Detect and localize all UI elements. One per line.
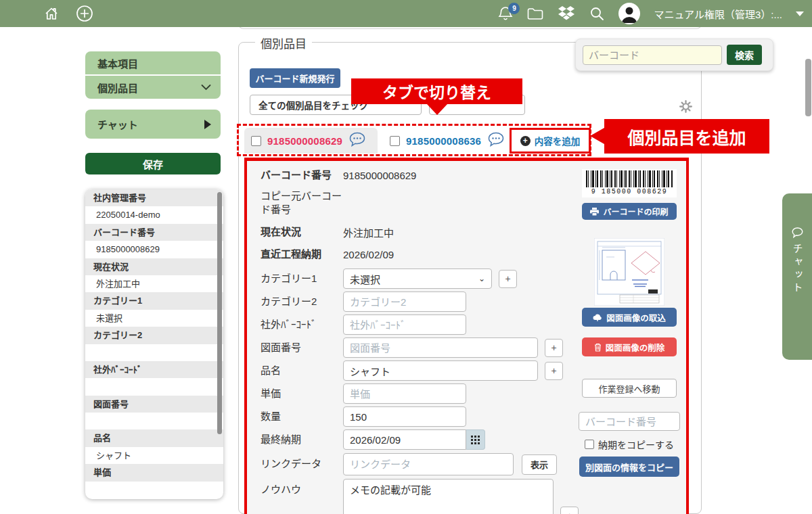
copy-barcode-number-input[interactable] [579,412,680,431]
tab-switch-callout-text: タブで切り替え [382,80,491,103]
summary-label: 社外ﾊﾞｰｺｰﾄﾞ [85,361,223,378]
item-detail-form: バーコード番号 9185000008629 コピー元バーコード番号 現在状況 外… [244,158,689,514]
chat-bubble-icon[interactable] [349,132,365,149]
barcode-image: 9 185000 008629 [582,169,677,197]
page-scrollbar[interactable] [805,59,811,116]
add-item-callout: 個別品目を追加 [604,119,769,154]
menu-icon[interactable] [11,7,27,20]
field-label: バーコード番号 [261,168,343,182]
field-label: 最終納期 [261,433,343,446]
chat-bubble-icon[interactable] [488,132,504,149]
sidebar-item-label: チャット [97,117,138,131]
add-item-callout-text: 個別品目を追加 [627,124,746,149]
cloud-upload-icon [593,313,602,321]
summary-label: 現在状況 [85,258,223,275]
notifications-bell-icon[interactable]: 9 [498,5,513,22]
gear-icon[interactable] [679,100,692,116]
show-link-button[interactable]: 表示 [522,454,557,475]
calendar-icon[interactable] [466,429,485,450]
next-process-due-value: 2026/02/09 [343,249,394,260]
field-label: カテゴリー2 [261,295,343,308]
unit-price-input[interactable] [343,383,466,404]
copy-due-date-checkbox[interactable] [585,440,594,449]
drawing-number-input[interactable] [343,337,538,358]
current-status-value: 外注加工中 [343,225,394,239]
field-label: 現在状況 [261,225,343,239]
new-barcode-button[interactable]: バーコード新規発行 [250,68,340,88]
category1-select[interactable]: 未選択 ⌄ [343,268,492,289]
item-name-input[interactable] [343,360,538,381]
quantity-input[interactable] [343,406,466,427]
callout-arrow-left [590,128,604,144]
barcode-search-input[interactable] [583,45,722,65]
summary-value: 22050014-demo [85,206,223,223]
summary-label: 品名 [85,429,223,446]
save-button[interactable]: 保存 [85,153,221,174]
plus-circle-icon[interactable] [76,5,93,22]
summary-label: 図面番号 [85,396,223,413]
field-label: 単価 [261,387,343,400]
category1-selected-value: 未選択 [350,272,380,286]
summary-label: 単価 [85,464,223,481]
sidebar-nav: 基本項目 個別品目 [85,51,221,99]
tab-barcode-number[interactable]: 9185000008629 [267,135,342,147]
sidebar-item-individual[interactable]: 個別品目 [85,74,221,99]
knowhow-add-button[interactable]: + [560,507,579,514]
summary-label: カテゴリー2 [85,327,223,344]
trash-icon [594,343,602,352]
tab-barcode-number[interactable]: 9185000008636 [406,135,481,147]
print-barcode-button[interactable]: バーコードの印刷 [582,203,677,220]
tab-item-9185000008636[interactable]: 9185000008636 [383,128,510,154]
search-icon[interactable] [589,5,605,22]
search-button[interactable]: 検索 [727,45,762,65]
user-menu-caret-icon[interactable] [796,11,804,16]
callout-arrow-down [427,104,447,115]
drawing-number-add-button[interactable]: + [545,339,563,357]
move-to-work-registration-button[interactable]: 作業登録へ移動 [582,379,677,398]
summary-value [85,413,223,429]
chevron-down-icon: ⌄ [478,274,485,283]
add-content-label: 内容を追加 [535,134,581,147]
field-label: ノウハウ [261,483,343,496]
delete-drawing-button[interactable]: 図面画像の削除 [582,337,677,356]
chat-bubble-icon [792,227,803,238]
final-due-date-input[interactable] [343,429,466,450]
summary-label: 社内管理番号 [85,189,223,206]
copy-due-date-label: 納期をコピーする [598,438,674,451]
category1-add-button[interactable]: + [499,270,517,288]
print-barcode-label: バーコードの印刷 [603,206,668,217]
summary-value [85,482,223,498]
summary-value: シャフト [85,447,223,464]
summary-value [85,344,223,361]
add-content-link[interactable]: + 内容を追加 [510,128,591,154]
import-drawing-label: 図面画像の取込 [606,311,666,324]
import-drawing-button[interactable]: 図面画像の取込 [582,308,677,327]
sidebar-item-chat[interactable]: チャット [85,110,221,139]
home-icon[interactable] [43,5,60,22]
tab-checkbox[interactable] [390,136,400,146]
summary-label: バーコード番号 [85,224,223,241]
arrow-right-icon [204,120,211,129]
copy-other-drawing-info-button[interactable]: 別図面の情報をコピー [579,457,679,477]
item-name-add-button[interactable]: + [545,362,563,380]
chat-side-tab[interactable]: チャット [782,193,812,360]
item-summary-panel: 社内管理番号 22050014-demo バーコード番号 91850000086… [85,189,223,499]
category2-input[interactable] [343,291,466,312]
drawing-thumbnail[interactable] [594,238,664,306]
summary-value [85,378,223,395]
copy-due-date-option[interactable]: 納期をコピーする [585,438,674,451]
tab-item-9185000008629[interactable]: 9185000008629 [244,128,378,154]
tab-checkbox[interactable] [251,136,261,146]
user-permission-label[interactable]: マニュアル権限（管理3）:... [654,7,782,21]
field-label: 数量 [261,410,343,423]
knowhow-textarea[interactable]: メモの記載が可能 [343,479,554,514]
folder-icon[interactable] [526,6,544,21]
plus-circle-icon: + [520,136,531,146]
link-data-textarea[interactable] [343,453,514,475]
avatar[interactable] [618,3,640,24]
summary-value: 未選択 [85,310,223,327]
sidebar-item-basic[interactable]: 基本項目 [85,51,221,74]
panel-scrollbar[interactable] [217,192,222,434]
dropbox-icon[interactable] [558,5,575,22]
external-barcode-input[interactable] [343,314,466,335]
